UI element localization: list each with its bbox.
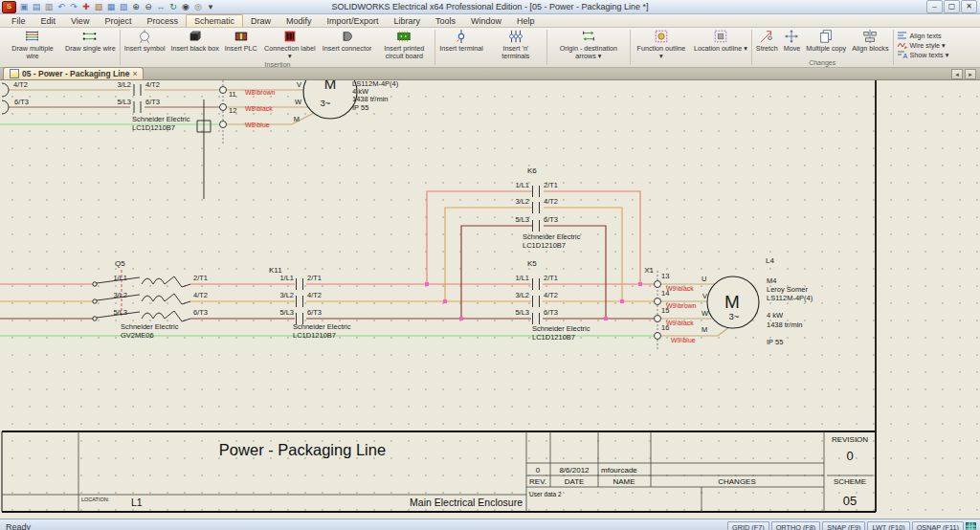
- multiple-copy-button[interactable]: Multiple copy: [803, 28, 849, 53]
- menu-window[interactable]: Window: [463, 15, 509, 27]
- menu-draw[interactable]: Draw: [243, 15, 278, 27]
- tab-close-icon[interactable]: ×: [132, 69, 137, 78]
- add-icon[interactable]: ✚: [81, 1, 91, 13]
- tab-scroll-prev-icon[interactable]: ◂: [951, 69, 963, 79]
- menu-process[interactable]: Process: [139, 15, 186, 27]
- grid-toggle-button[interactable]: GRID (F7): [727, 521, 769, 530]
- ortho-toggle-button[interactable]: ORTHO (F8): [771, 521, 821, 530]
- connection-label-button[interactable]: Connection label ▾: [260, 28, 320, 60]
- insert-terminal-button[interactable]: Insert terminal: [436, 28, 486, 53]
- tab-scroll-next-icon[interactable]: ▸: [965, 69, 976, 79]
- document-tab[interactable]: 05 - Power - Packaging Line ×: [3, 67, 144, 79]
- menu-bar: File Edit View Project Process Schematic…: [0, 14, 980, 28]
- menu-view[interactable]: View: [63, 15, 97, 27]
- motor-terminal-letter: M: [294, 115, 300, 123]
- pole-label: 2/T1: [544, 181, 558, 189]
- insert-n-terminals-button[interactable]: Insert 'n' terminals: [486, 28, 546, 60]
- pole-label: 5/L3: [113, 308, 127, 317]
- button-label: Insert PLC: [225, 45, 257, 53]
- print-icon[interactable]: ▥: [44, 1, 54, 13]
- button-label: Align texts: [910, 32, 942, 40]
- osnap-toggle-button[interactable]: OSNAP (F11): [912, 521, 964, 530]
- move-icon: [784, 29, 799, 44]
- button-label: Insert terminal: [439, 45, 483, 53]
- redo-icon[interactable]: ↷: [69, 1, 78, 13]
- align-blocks-icon: [862, 29, 878, 44]
- top-partial-circuit[interactable]: 4/T2 6/T3 3/L2 4/T2 5/L3 6/T3 Schneider …: [2, 80, 399, 199]
- menu-library[interactable]: Library: [387, 15, 429, 27]
- origin-destination-arrows-button[interactable]: Origin - destination arrows ▾: [548, 28, 629, 60]
- part-reference-label: LC1D1210B7: [132, 123, 175, 132]
- close-button[interactable]: ✕: [961, 0, 977, 13]
- insert-pcb-button[interactable]: Insert printed circuit board: [374, 28, 434, 60]
- minimize-button[interactable]: ‒: [926, 0, 943, 13]
- contactor-k11[interactable]: K11 1/L1 2/T1 3/L2 4/T2 5/L3 6/T3 Schnei…: [269, 266, 351, 340]
- pole-label: 6/T3: [544, 215, 558, 224]
- show-texts-button[interactable]: Show texts ▾: [897, 50, 949, 59]
- lwt-toggle-button[interactable]: LWT (F10): [867, 521, 909, 530]
- move-button[interactable]: Move: [781, 28, 804, 53]
- draw-single-wire-button[interactable]: Draw single wire: [62, 28, 119, 53]
- wire-style-button[interactable]: Wire style ▾: [897, 40, 949, 50]
- pole-label: 5/L3: [515, 215, 529, 224]
- undo-icon[interactable]: ↶: [56, 1, 66, 13]
- menu-project[interactable]: Project: [97, 15, 139, 27]
- component-tag: M4: [767, 276, 776, 285]
- button-label: Align blocks: [852, 45, 888, 53]
- insert-symbol-button[interactable]: Insert symbol: [122, 28, 168, 53]
- junction-dot: [459, 317, 463, 320]
- new-document-icon[interactable]: ▣: [19, 1, 29, 13]
- motor-m4[interactable]: M 3~ U V W M L4 M4 Leroy Somer LS112M-4P…: [702, 256, 813, 346]
- menu-modify[interactable]: Modify: [278, 15, 320, 27]
- button-label: Wire style ▾: [910, 41, 946, 50]
- motor-phase: 3~: [321, 98, 331, 108]
- function-outline-button[interactable]: Function outline ▾: [632, 28, 691, 60]
- paste-icon[interactable]: ▧: [94, 1, 103, 13]
- clock-icon[interactable]: ◎: [193, 1, 203, 13]
- draw-multiple-wire-button[interactable]: Draw multiple wire: [3, 28, 62, 60]
- zoom-in-icon[interactable]: ⊕: [131, 1, 141, 13]
- save-icon[interactable]: ▤: [32, 1, 41, 13]
- insert-connector-button[interactable]: Insert connector: [320, 28, 375, 53]
- location-outline-button[interactable]: Location outline ▾: [691, 28, 750, 53]
- contactor-k5[interactable]: K5 1/L1 2/T1 3/L2 4/T2 5/L3 6/T3 Schneid…: [515, 259, 590, 342]
- ground-wire[interactable]: [0, 124, 655, 336]
- schematic-canvas[interactable]: 4/T2 6/T3 3/L2 4/T2 5/L3 6/T3 Schneider …: [0, 80, 980, 519]
- motor-letter: M: [324, 80, 337, 92]
- manufacturer-label: Schneider Electric: [523, 232, 581, 241]
- refresh-icon[interactable]: ↻: [168, 1, 178, 13]
- wire-cable-label: W9\blue: [671, 337, 696, 343]
- menu-tools[interactable]: Tools: [428, 15, 463, 27]
- insert-n-terminals-icon: [508, 29, 523, 44]
- wire-cable-label: W8\black: [245, 105, 273, 112]
- snap-toggle-button[interactable]: SNAP (F9): [822, 521, 865, 530]
- insert-printed-circuit-board-icon: [396, 29, 412, 44]
- document2-icon[interactable]: ▨: [119, 1, 128, 13]
- menu-help[interactable]: Help: [509, 15, 543, 27]
- document-icon[interactable]: ▦: [106, 1, 116, 13]
- qat-dropdown-icon[interactable]: ▾: [206, 1, 215, 13]
- align-texts-button[interactable]: Align texts: [897, 31, 949, 40]
- insert-black-box-button[interactable]: Insert black box: [167, 28, 221, 53]
- insert-plc-button[interactable]: Insert PLC: [222, 28, 260, 53]
- menu-schematic[interactable]: Schematic: [186, 14, 243, 27]
- user-data-label: User data 2: [529, 491, 562, 497]
- grid-settings-icon[interactable]: [966, 522, 976, 530]
- search-icon[interactable]: ◉: [181, 1, 190, 13]
- pan-icon[interactable]: ↔: [156, 1, 166, 13]
- breaker-q5[interactable]: Q5 1/L1 2/T1 3/L2 4/T2 5/L3 6/T3 Schneid…: [93, 259, 208, 340]
- menu-file[interactable]: File: [4, 15, 33, 27]
- junction-dot: [638, 282, 642, 286]
- junction-dot: [620, 299, 624, 303]
- menu-edit[interactable]: Edit: [33, 15, 64, 27]
- terminal-strip-x1[interactable]: X1 13 14 15 16 W9\black W9\brown W9\blac…: [644, 266, 696, 349]
- menu-import-export[interactable]: Import/Export: [319, 15, 386, 27]
- align-blocks-button[interactable]: Align blocks: [849, 28, 891, 53]
- maximize-button[interactable]: ▢: [944, 0, 960, 13]
- drawing-canvas[interactable]: 4/T2 6/T3 3/L2 4/T2 5/L3 6/T3 Schneider …: [0, 80, 980, 519]
- group-separator: [893, 30, 894, 65]
- motor-speed-label: 1438 tr/min: [767, 320, 803, 329]
- stretch-button[interactable]: Stretch: [753, 28, 781, 53]
- title-bar: S ▣ ▤ ▥ ↶ ↷ ✚ ▧ ▦ ▨ ⊕ ⊖ ↔ ↻ ◉ ◎ ▾ SOLIDW…: [0, 0, 980, 14]
- zoom-out-icon[interactable]: ⊖: [144, 1, 153, 13]
